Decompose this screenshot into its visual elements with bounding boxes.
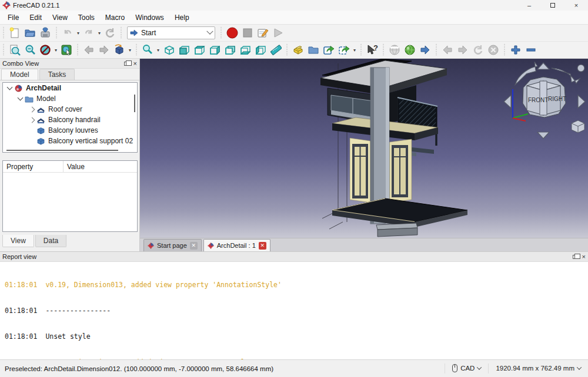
toolbar-drag-handle[interactable]	[503, 44, 506, 56]
measure-distance-button[interactable]	[268, 42, 283, 58]
left-view-button[interactable]	[253, 42, 268, 58]
macro-play-button[interactable]	[270, 25, 286, 41]
menu-windows[interactable]: Windows	[130, 12, 169, 23]
undo-button[interactable]	[60, 25, 75, 41]
toolbar-drag-handle[interactable]	[120, 27, 123, 39]
new-document-button[interactable]	[7, 25, 22, 41]
browser-forward-button[interactable]	[455, 42, 470, 58]
menu-view[interactable]: View	[47, 12, 73, 23]
nav-cube-right-face[interactable]: RIGHT	[548, 96, 566, 102]
macro-edit-button[interactable]	[255, 25, 270, 41]
tree-item-balcony-vertical-support[interactable]: Balcony vertical support 02	[3, 136, 137, 146]
zoom-button[interactable]	[140, 42, 155, 58]
menu-macro[interactable]: Macro	[100, 12, 130, 23]
axonometric-view-button[interactable]	[161, 42, 176, 58]
value-column-header[interactable]: Value	[64, 161, 137, 172]
tab-archdetail[interactable]: ArchDetail : 1 ✕	[203, 239, 270, 251]
fit-all-button[interactable]	[7, 42, 22, 58]
mini-cube-icon[interactable]	[572, 120, 584, 133]
tree-item-model-folder[interactable]: Model	[3, 93, 137, 104]
top-view-button[interactable]	[192, 42, 207, 58]
close-panel-icon[interactable]: ×	[582, 254, 586, 260]
expander-closed-icon[interactable]	[29, 106, 35, 112]
navigation-style-selector[interactable]: CAD	[445, 363, 488, 373]
save-document-button[interactable]	[38, 25, 53, 41]
undo-dropdown-caret[interactable]: ▾	[75, 25, 81, 41]
right-view-button[interactable]	[207, 42, 222, 58]
tab-data-properties[interactable]: Data	[35, 235, 66, 247]
toolbar-drag-handle[interactable]	[2, 27, 5, 39]
tree-horizontal-scrollbar[interactable]	[4, 149, 136, 152]
group-button[interactable]	[306, 42, 321, 58]
menu-edit[interactable]: Edit	[24, 12, 47, 23]
isometric-view-button[interactable]	[112, 42, 127, 58]
zoom-out-button[interactable]	[523, 42, 539, 58]
nav-cube-front-face[interactable]: FRONT	[528, 97, 548, 103]
close-button[interactable]: ×	[564, 0, 588, 11]
bottom-view-button[interactable]	[238, 42, 253, 58]
toolbar-drag-handle[interactable]	[2, 44, 5, 56]
dimension-readout[interactable]: 1920.94 mm x 762.49 mm	[488, 363, 588, 373]
tab-view-properties[interactable]: View	[2, 235, 34, 247]
toolbar-drag-handle[interactable]	[220, 27, 223, 39]
toolbar-drag-handle[interactable]	[360, 44, 363, 56]
menu-tools[interactable]: Tools	[73, 12, 100, 23]
toolbar-drag-handle[interactable]	[286, 44, 289, 56]
fit-selection-button[interactable]	[22, 42, 38, 58]
macro-record-button[interactable]	[225, 25, 240, 41]
tab-start-page[interactable]: Start page ✕	[143, 239, 202, 251]
expander-open-icon[interactable]	[7, 85, 13, 90]
close-tab-icon[interactable]: ✕	[259, 242, 266, 250]
tab-model[interactable]: Model	[1, 69, 38, 80]
float-panel-icon[interactable]	[124, 62, 129, 66]
open-website-button[interactable]	[402, 42, 417, 58]
draw-style-button[interactable]	[38, 42, 53, 58]
browser-back-button[interactable]	[440, 42, 455, 58]
float-panel-icon[interactable]	[573, 255, 577, 259]
toolbar-drag-handle[interactable]	[76, 44, 79, 56]
toolbar-drag-handle[interactable]	[382, 44, 385, 56]
refresh-button[interactable]	[102, 25, 118, 41]
toolbar-drag-handle[interactable]	[435, 44, 438, 56]
tree-item-balcony-handrail[interactable]: Balcony handrail	[3, 115, 137, 125]
tree-item-roof-cover[interactable]: Roof cover	[3, 104, 137, 115]
make-sub-link-button[interactable]	[336, 42, 352, 58]
3d-viewport[interactable]: FRONT RIGHT	[140, 59, 588, 238]
arch-component-button[interactable]	[290, 42, 306, 58]
selection-view-button[interactable]	[59, 42, 74, 58]
minimize-button[interactable]: –	[517, 0, 541, 11]
redo-button[interactable]	[81, 25, 96, 41]
nav-back-button[interactable]	[81, 42, 96, 58]
expander-open-icon[interactable]	[18, 95, 24, 101]
tree-vertical-scrollbar[interactable]	[133, 84, 136, 151]
close-tab-icon[interactable]: ✕	[190, 242, 198, 250]
menu-help[interactable]: Help	[169, 12, 195, 23]
property-column-header[interactable]: Property	[3, 161, 64, 172]
maximize-button[interactable]	[541, 0, 564, 11]
link-dropdown-caret[interactable]: ▾	[352, 42, 358, 58]
tree-item-archdetail[interactable]: ArchDetail	[3, 83, 137, 93]
close-panel-icon[interactable]: ×	[133, 60, 137, 67]
tree-item-balcony-louvres[interactable]: Balcony louvres	[3, 125, 137, 136]
whats-this-button[interactable]: ?	[365, 42, 380, 58]
draw-style-dropdown-caret[interactable]: ▾	[53, 42, 59, 58]
workbench-selector[interactable]: Start	[127, 26, 215, 39]
toolbar-drag-handle[interactable]	[135, 44, 138, 56]
menu-file[interactable]: File	[2, 12, 24, 23]
tab-tasks[interactable]: Tasks	[39, 69, 75, 80]
expander-closed-icon[interactable]	[29, 117, 35, 123]
nav-forward-button[interactable]	[96, 42, 112, 58]
rear-view-button[interactable]	[222, 42, 238, 58]
macro-stop-button[interactable]	[240, 25, 255, 41]
make-link-button[interactable]	[321, 42, 336, 58]
go-next-button[interactable]	[417, 42, 433, 58]
zoom-dropdown-caret[interactable]: ▾	[155, 42, 161, 58]
redo-dropdown-caret[interactable]: ▾	[96, 25, 102, 41]
toolbar-drag-handle[interactable]	[55, 27, 58, 39]
browser-refresh-button[interactable]	[470, 42, 486, 58]
navigation-cube[interactable]: FRONT RIGHT	[501, 61, 588, 140]
start-page-button[interactable]	[387, 42, 402, 58]
view-dropdown-caret[interactable]: ▾	[127, 42, 133, 58]
open-document-button[interactable]	[22, 25, 38, 41]
browser-stop-button[interactable]	[486, 42, 501, 58]
